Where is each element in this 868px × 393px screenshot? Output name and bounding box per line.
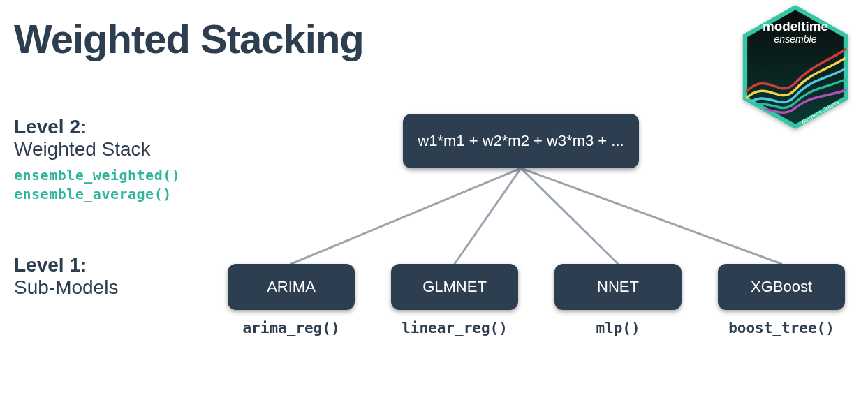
model-fn-arima: arima_reg() <box>221 320 361 336</box>
level1-label-block: Level 1: Sub-Models <box>14 254 118 299</box>
model-fn-glmnet: linear_reg() <box>385 320 524 336</box>
level2-fn-2: ensemble_average() <box>14 185 180 204</box>
level1-heading: Level 1: <box>14 254 118 276</box>
weighted-stack-formula: w1*m1 + w2*m2 + w3*m3 + ... <box>418 132 624 150</box>
modeltime-ensemble-logo: modeltime ensemble Business Science <box>733 4 858 130</box>
level2-subheading: Weighted Stack <box>14 138 180 161</box>
page-title: Weighted Stacking <box>14 15 364 62</box>
model-fn-nnet: mlp() <box>548 320 688 336</box>
svg-line-3 <box>455 168 521 264</box>
model-name: GLMNET <box>422 278 487 296</box>
model-node-glmnet: GLMNET <box>391 264 518 310</box>
svg-line-2 <box>291 168 521 264</box>
logo-title: modeltime <box>763 19 828 34</box>
logo-subtitle: ensemble <box>774 34 816 45</box>
level2-heading: Level 2: <box>14 116 180 138</box>
model-node-arima: ARIMA <box>228 264 355 310</box>
svg-line-5 <box>521 168 781 264</box>
level2-label-block: Level 2: Weighted Stack ensemble_weighte… <box>14 116 180 204</box>
svg-line-4 <box>521 168 618 264</box>
level2-fn-1: ensemble_weighted() <box>14 166 180 185</box>
model-fn-xgboost: boost_tree() <box>712 320 851 336</box>
weighted-stack-node: w1*m1 + w2*m2 + w3*m3 + ... <box>403 114 639 168</box>
model-name: XGBoost <box>751 278 812 296</box>
model-name: ARIMA <box>267 278 316 296</box>
model-node-xgboost: XGBoost <box>718 264 845 310</box>
level1-subheading: Sub-Models <box>14 276 118 299</box>
model-name: NNET <box>597 278 639 296</box>
model-node-nnet: NNET <box>554 264 682 310</box>
